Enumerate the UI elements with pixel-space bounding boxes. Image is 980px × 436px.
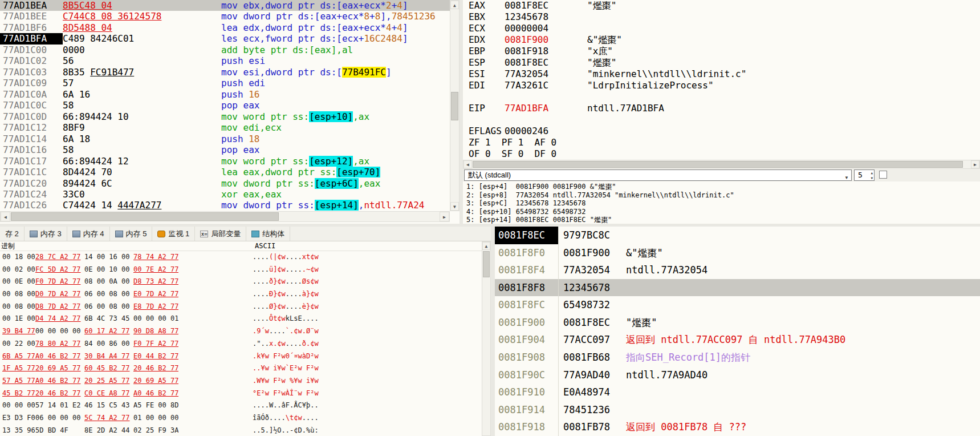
disasm-address[interactable]: 77AD1C0A xyxy=(0,89,63,100)
stack-address[interactable]: 0081F90C xyxy=(495,366,559,384)
tab-内存 3[interactable]: 内存 3 xyxy=(25,227,67,241)
disasm-address[interactable]: 77AD1C24 xyxy=(0,189,63,200)
tab-内存 4[interactable]: 内存 4 xyxy=(67,227,110,241)
stack-address[interactable]: 0081F8F8 xyxy=(495,279,559,297)
disasm-row[interactable]: 77AD1C038B35 FC91B477mov esi,dword ptr d… xyxy=(0,67,450,78)
register-row[interactable]: ECX00000004 xyxy=(463,23,980,34)
disasm-address[interactable]: 77AD1C09 xyxy=(0,78,63,88)
stack-row[interactable]: 0081F90C77A9AD40ntdll.77A9AD40 xyxy=(495,366,980,384)
stack-address[interactable]: 0081F908 xyxy=(495,349,559,366)
calling-convention-select[interactable]: 默认 (stdcall) ▼ xyxy=(464,169,852,181)
dump-row[interactable]: 00 02 00FC 5D A2 770E 00 10 0000 7E A2 7… xyxy=(0,264,482,276)
dump-row[interactable]: 00 0E 00F0 7D A2 7708 00 0A 00D8 73 A2 7… xyxy=(0,276,482,288)
dump-row[interactable]: 39 B4 7700 00 00 0060 17 A2 7790 D8 A8 7… xyxy=(0,325,482,338)
disasm-address[interactable]: 77AD1C12 xyxy=(0,122,63,133)
stack-row[interactable]: 0081F8F812345678 xyxy=(495,279,980,297)
register-row[interactable]: EAX0081F8EC"爁棗" xyxy=(463,0,980,11)
dump-row[interactable]: 00 1E 00D4 74 A2 776B 4C 73 4500 00 00 0… xyxy=(0,313,482,325)
disasm-address[interactable]: 77AD1C16 xyxy=(0,144,63,155)
disasm-address[interactable]: 77AD1C26 xyxy=(0,200,63,211)
stack-value[interactable]: 12345678 xyxy=(559,279,626,297)
disasm-row[interactable]: 77AD1C146A 18push 18 xyxy=(0,134,450,144)
arg-count-stepper[interactable]: 5 ▲▼ xyxy=(854,169,875,181)
disasm-row[interactable]: 77AD1C26C74424 14 4447A277mov dword ptr … xyxy=(0,200,450,211)
registers-horizontal-scrollbar[interactable]: ◀ ▶ xyxy=(463,160,980,169)
disasm-row[interactable]: 77AD1C0A6A 16push 16 xyxy=(0,89,450,100)
dump-row[interactable]: 6B A5 77A0 46 B2 7730 B4 A4 77E0 44 B2 7… xyxy=(0,350,482,363)
disasm-row[interactable]: 77AD1C1766:894424 12mov word ptr ss:[esp… xyxy=(0,156,450,167)
tab-内存 5[interactable]: 内存 5 xyxy=(110,227,153,241)
stack-address[interactable]: 0081F8EC xyxy=(495,227,559,244)
scrollbar-thumb[interactable] xyxy=(473,161,963,168)
dump-row[interactable]: 1F A5 7720 69 A5 7760 45 B2 7720 46 B2 7… xyxy=(0,362,482,375)
register-row[interactable] xyxy=(463,91,980,103)
stack-value[interactable]: 77A32054 xyxy=(559,261,626,279)
scroll-up-icon[interactable]: ▲ xyxy=(482,242,490,250)
stack-row[interactable]: 0081F8F00081F900&"爁棗" xyxy=(495,244,980,262)
stack-address[interactable]: 0081F918 xyxy=(495,418,559,436)
disasm-address[interactable]: 77AD1BEA xyxy=(0,0,63,11)
disasm-row[interactable]: 77AD1C0957push edi xyxy=(0,78,450,88)
dump-row[interactable]: 45 B2 7720 46 B2 77C0 CE A8 77A0 46 B2 7… xyxy=(0,387,482,400)
register-value[interactable]: 00000004 xyxy=(505,23,587,34)
disasm-address[interactable]: 77AD1C03 xyxy=(0,67,63,78)
stack-row[interactable]: 0081F8FC65498732 xyxy=(495,296,980,314)
disasm-row[interactable]: 77AD1BEA8B5C48 04mov ebx,dword ptr ds:[e… xyxy=(0,0,450,11)
register-value[interactable]: 00000246 xyxy=(505,126,587,137)
register-row[interactable]: EDX0081F900&"爁棗" xyxy=(463,34,980,46)
stack-value[interactable]: 65498732 xyxy=(559,296,626,314)
register-row[interactable]: OF 0 SF 0 DF 0 xyxy=(463,148,980,160)
register-row[interactable]: EDI77A3261C"LdrpInitializeProcess" xyxy=(463,80,980,91)
lock-checkbox[interactable] xyxy=(879,171,887,179)
dump-row[interactable]: E3 D3 F006 00 00 005C 74 A2 7701 00 00 0… xyxy=(0,412,482,425)
register-row[interactable]: EBX12345678 xyxy=(463,11,980,23)
stack-value[interactable]: 78451236 xyxy=(559,401,626,419)
register-value[interactable]: 77A32054 xyxy=(505,68,587,80)
register-value[interactable] xyxy=(556,148,639,160)
stack-value[interactable]: 77ACC097 xyxy=(559,331,626,349)
register-value[interactable] xyxy=(505,91,587,103)
disasm-row[interactable]: 77AD1BF68D5488 04lea edx,dword ptr ds:[e… xyxy=(0,22,450,33)
dump-row[interactable]: 57 A5 77A0 46 B2 7720 25 A5 7720 69 A5 7… xyxy=(0,375,482,387)
scroll-right-icon[interactable]: ▶ xyxy=(440,212,449,221)
dump-row[interactable]: 00 18 0028 7C A2 7714 00 16 0078 74 A2 7… xyxy=(0,251,482,264)
disasm-address[interactable]: 77AD1BF6 xyxy=(0,22,63,33)
register-row[interactable]: ESI77A32054"minkernel\\ntdll\\ldrinit.c" xyxy=(463,68,980,80)
disasm-row[interactable]: 77AD1C128BF9mov edi,ecx xyxy=(0,122,450,133)
register-value[interactable]: 12345678 xyxy=(505,11,587,23)
stack-value[interactable]: 0081FB78 xyxy=(559,418,626,436)
dump-row[interactable]: 13 35 965D BD 4F8E 2D A2 4402 25 F9 3A..… xyxy=(0,425,482,436)
scrollbar-thumb[interactable] xyxy=(11,212,279,221)
stack-row[interactable]: 0081F910E0A48974 xyxy=(495,383,980,401)
dump-row[interactable]: 00 08 00D0 7D A2 7706 00 08 00E0 7D A2 7… xyxy=(0,288,482,301)
stack-row[interactable]: 0081F8F477A32054ntdll.77A32054 xyxy=(495,261,980,279)
vertical-splitter[interactable] xyxy=(491,227,495,436)
scroll-left-icon[interactable]: ◀ xyxy=(1,212,10,221)
stack-address[interactable]: 0081F8F4 xyxy=(495,261,559,279)
register-value[interactable]: 77A3261C xyxy=(505,80,587,91)
disasm-address[interactable]: 77AD1C1C xyxy=(0,167,63,177)
disasm-row[interactable]: 77AD1C0C58pop eax xyxy=(0,100,450,111)
stack-value[interactable]: E0A48974 xyxy=(559,383,626,401)
register-row[interactable]: ESP0081F8EC"爁棗" xyxy=(463,57,980,68)
spinner-arrows-icon[interactable]: ▲▼ xyxy=(871,170,873,180)
disasm-address[interactable]: 77AD1C00 xyxy=(0,45,63,55)
tab-存 2[interactable]: 存 2 xyxy=(0,227,25,241)
register-value[interactable]: 0081F8EC xyxy=(505,57,587,68)
stack-value[interactable]: 77A9AD40 xyxy=(559,366,626,384)
disasm-row[interactable]: 77AD1C1C8D4424 70lea eax,dword ptr ss:[e… xyxy=(0,167,450,177)
disasm-row[interactable]: 77AD1C1658pop eax xyxy=(0,144,450,155)
stack-row[interactable]: 0081F8EC9797BC8C xyxy=(495,227,980,244)
disasm-row[interactable]: 77AD1C000000add byte ptr ds:[eax],al xyxy=(0,45,450,55)
stack-address[interactable]: 0081F910 xyxy=(495,383,559,401)
stack-row[interactable]: 0081F90477ACC097返回到 ntdll.77ACC097 自 ntd… xyxy=(495,331,980,349)
dump-vertical-scrollbar[interactable]: ▲ xyxy=(482,241,491,436)
disasm-row[interactable]: 77AD1C0D66:894424 10mov word ptr ss:[esp… xyxy=(0,111,450,122)
stack-value[interactable]: 9797BC8C xyxy=(559,227,626,244)
stack-address[interactable]: 0081F8F0 xyxy=(495,244,559,262)
stack-address[interactable]: 0081F900 xyxy=(495,314,559,332)
dump-row[interactable]: 00 00 0057 14 01 E246 15 C5 43A5 FE 00 8… xyxy=(0,399,482,412)
disasm-row[interactable]: 77AD1C20894424 6Cmov dword ptr ss:[esp+6… xyxy=(0,178,450,189)
stack-value[interactable]: 0081FB68 xyxy=(559,349,626,366)
register-value[interactable]: 0081F918 xyxy=(505,46,587,57)
